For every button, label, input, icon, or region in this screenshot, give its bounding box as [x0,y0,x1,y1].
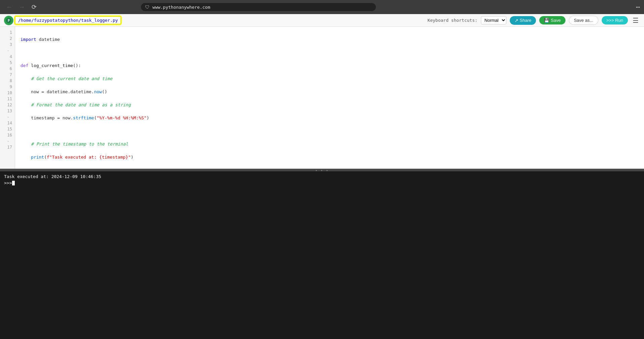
reload-button[interactable]: ⟳ [30,2,39,12]
nav-buttons: ← → ⟳ [4,2,39,12]
code-area: 1 2 3 - 4 5 6 7 8 9 10 11 12 13 - 14 15 … [0,27,644,169]
save-button[interactable]: 💾 Save [539,16,565,24]
line-num: 16 - [0,132,15,144]
shield-icon: 🛡 [145,4,150,10]
address-bar[interactable] [152,5,372,10]
line-num: 17 [0,144,15,150]
keyboard-shortcuts-label: Keyboard shortcuts: [428,18,478,23]
save-as-button[interactable]: Save as... [569,16,598,25]
line-num: 4 [0,54,15,60]
address-bar-container: 🛡 [141,3,376,11]
code-line: import datetime [20,36,639,43]
browser-chrome: ← → ⟳ 🛡 ⋯ [0,0,644,14]
prompt-text: >>> [4,180,12,185]
console-prompt: >>> [4,180,640,185]
code-content[interactable]: import datetime def log_current_time(): … [15,27,644,169]
console-area[interactable]: Task executed at: 2024-12-09 10:46:35 >>… [0,171,644,339]
code-line: # Get the current date and time [20,75,639,82]
svg-text:P: P [8,19,10,22]
line-numbers: 1 2 3 - 4 5 6 7 8 9 10 11 12 13 - 14 15 … [0,27,15,169]
back-button[interactable]: ← [4,2,14,12]
line-num: 15 [0,126,15,132]
file-icon-area: P /home/fuzzypotatopython/task_logger.py [4,16,121,25]
code-line [20,49,639,56]
forward-button[interactable]: → [17,2,27,12]
line-num: 12 [0,102,15,108]
line-num: 2 [0,36,15,42]
code-line [20,128,639,134]
line-num: 10 [0,90,15,96]
line-num: 7 [0,72,15,78]
toolbar-right: Keyboard shortcuts: Normal Vim Emacs ↗ S… [428,15,640,26]
line-num: 8 [0,78,15,84]
mode-select[interactable]: Normal Vim Emacs [481,16,506,24]
line-num: 9 [0,84,15,90]
save-icon: 💾 [544,18,549,23]
share-icon: ↗ [514,18,518,23]
line-num: 1 [0,30,15,36]
code-line: # Print the timestamp to the terminal [20,141,639,148]
file-path[interactable]: /home/fuzzypotatopython/task_logger.py [15,16,121,24]
code-line: # Format the date and time as a string [20,102,639,108]
line-num: 5 [0,60,15,66]
line-num: 6 [0,66,15,72]
line-num: 11 [0,96,15,102]
code-line: print(f"Task executed at: {timestamp}") [20,154,639,161]
hamburger-menu-button[interactable]: ☰ [631,15,640,26]
editor-main: 1 2 3 - 4 5 6 7 8 9 10 11 12 13 - 14 15 … [0,27,644,339]
code-line [20,167,639,169]
browser-menu-button[interactable]: ⋯ [636,3,640,11]
code-line: def log_current_time(): [20,62,639,69]
code-line: now = datetime.datetime.now() [20,89,639,95]
share-button[interactable]: ↗ Share [510,16,536,25]
console-cursor [12,181,15,185]
line-num: 14 [0,120,15,126]
pythonanywhere-logo: P [4,16,13,25]
editor-toolbar: P /home/fuzzypotatopython/task_logger.py… [0,14,644,27]
code-line: timestamp = now.strftime("%Y-%m-%d %H:%M… [20,115,639,121]
line-num: 13 - [0,108,15,120]
run-button[interactable]: >>> Run [602,16,628,24]
line-num: 3 - [0,42,15,54]
console-output: Task executed at: 2024-12-09 10:46:35 [4,174,640,179]
